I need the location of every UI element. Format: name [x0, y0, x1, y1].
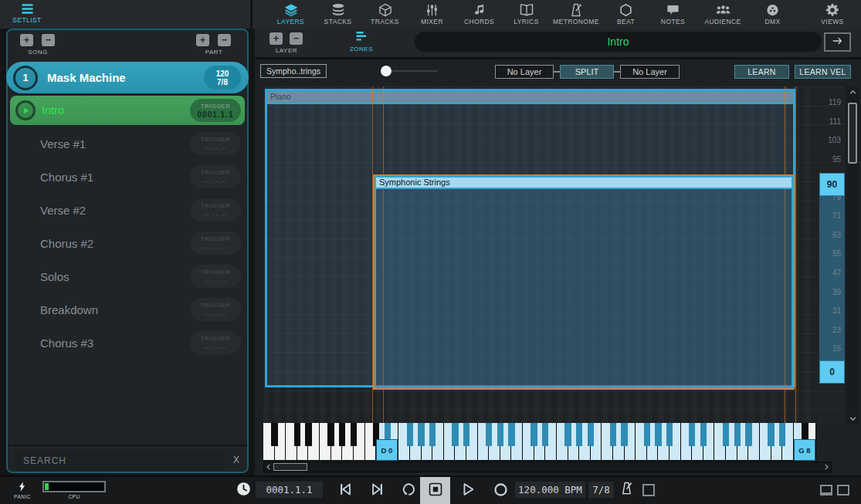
black-key[interactable]	[655, 423, 661, 446]
split-left-layer[interactable]: No Layer	[495, 65, 554, 79]
record-button[interactable]	[491, 482, 510, 500]
black-key[interactable]	[768, 423, 774, 446]
zone-symphonic-header[interactable]: Symphonic Strings	[376, 178, 792, 189]
black-key[interactable]	[305, 423, 311, 446]
zone-grid[interactable]: Piano Symphonic Strings	[263, 86, 816, 423]
black-key[interactable]	[779, 423, 785, 446]
part-trigger-badge[interactable]: TRIGGER 0001.1.1	[190, 99, 241, 122]
part-trigger-badge[interactable]: TRIGGER --.--.--	[190, 132, 241, 155]
part-row-solos[interactable]: Solos TRIGGER --.--.--	[10, 262, 245, 291]
toolbar-item-views[interactable]: VIEWS	[810, 2, 855, 25]
part-play-button[interactable]	[15, 100, 36, 120]
black-key[interactable]	[452, 423, 458, 446]
key-range-low-tag[interactable]: D 0	[376, 439, 398, 461]
part-trigger-badge[interactable]: TRIGGER --.--.--	[190, 198, 241, 222]
skip-to-start-button[interactable]	[336, 482, 354, 500]
song-header[interactable]: 1 Mask Machine 120 7/8	[6, 62, 249, 93]
selected-layer-chip[interactable]: Sympho..trings	[260, 64, 327, 78]
black-key[interactable]	[610, 423, 616, 446]
black-key[interactable]	[734, 423, 741, 446]
toolbar-item-layers[interactable]: LAYERS	[267, 2, 314, 25]
part-row-intro[interactable]: Intro TRIGGER 0001.1.1	[10, 96, 245, 125]
part-row-verse-1[interactable]: Verse #1 TRIGGER --.--.--	[10, 129, 245, 158]
black-key[interactable]	[418, 423, 424, 446]
toolbar-item-tracks[interactable]: TRACKS	[361, 2, 408, 25]
toolbar-item-dmx[interactable]: DMX	[749, 2, 796, 25]
black-key[interactable]	[588, 423, 594, 446]
horizontal-scrollbar[interactable]	[263, 462, 832, 472]
black-key[interactable]	[351, 423, 357, 446]
part-trigger-badge[interactable]: TRIGGER --.--.--	[190, 165, 241, 188]
black-key[interactable]	[564, 423, 571, 446]
part-row-breakdown[interactable]: Breakdown TRIGGER --.--.--	[10, 295, 245, 324]
toolbar-item-chords[interactable]: CHORDS	[456, 2, 503, 25]
black-key[interactable]	[700, 423, 707, 446]
part-trigger-badge[interactable]: TRIGGER --.--.--	[190, 232, 241, 255]
scroll-down-button[interactable]	[846, 413, 859, 424]
scroll-right-button[interactable]	[822, 462, 831, 472]
position-display[interactable]: 0001.1.1	[256, 482, 323, 498]
clock-button[interactable]	[234, 481, 253, 499]
black-key[interactable]	[723, 423, 729, 446]
black-key[interactable]	[666, 423, 673, 446]
black-key[interactable]	[339, 423, 345, 446]
split-right-layer[interactable]: No Layer	[620, 65, 680, 79]
setlist-button[interactable]: SETLIST	[10, 0, 44, 24]
black-key[interactable]	[497, 423, 503, 446]
black-key[interactable]	[689, 423, 695, 446]
search-input[interactable]	[15, 450, 225, 471]
time-signature-display[interactable]: 7/8	[588, 482, 614, 498]
velocity-high-handle[interactable]: 90	[819, 173, 845, 196]
black-key[interactable]	[745, 423, 751, 446]
full-panel-view-button[interactable]	[837, 485, 849, 496]
toolbar-item-mixer[interactable]: MIXER	[408, 2, 456, 25]
toolbar-item-metronome[interactable]: METRONOME	[550, 2, 602, 25]
toolbar-item-audience[interactable]: AUDIENCE	[697, 2, 749, 25]
part-trigger-badge[interactable]: TRIGGER --.--.--	[190, 298, 241, 321]
add-layer-button[interactable]: +	[269, 32, 283, 45]
black-key[interactable]	[508, 423, 514, 446]
transport-checkbox[interactable]	[642, 484, 655, 496]
scroll-up-button[interactable]	[846, 86, 859, 97]
black-key[interactable]	[327, 423, 334, 446]
part-row-chorus-3[interactable]: Chorus #3 TRIGGER --.--.--	[10, 328, 245, 357]
metronome-button[interactable]	[617, 480, 636, 499]
tab-zones[interactable]: ZONES	[340, 31, 383, 52]
remove-song-button[interactable]: −	[42, 34, 55, 46]
piano-keyboard[interactable]: D 0 G 8	[263, 423, 816, 461]
add-song-button[interactable]: +	[20, 34, 33, 46]
play-button[interactable]	[459, 482, 477, 500]
vertical-scrollbar[interactable]	[846, 86, 859, 424]
key-range-high-tag[interactable]: G 8	[794, 439, 815, 461]
part-trigger-badge[interactable]: TRIGGER --.--.--	[190, 331, 241, 354]
split-button[interactable]: SPLIT	[560, 65, 614, 79]
bottom-panel-view-button[interactable]	[820, 485, 832, 496]
black-key[interactable]	[486, 423, 492, 446]
learn-button[interactable]: LEARN	[734, 65, 789, 79]
black-key[interactable]	[621, 423, 627, 446]
black-key[interactable]	[407, 423, 413, 446]
scroll-left-button[interactable]	[264, 462, 273, 472]
toolbar-item-lyrics[interactable]: LYRICS	[503, 2, 550, 25]
black-key[interactable]	[463, 423, 469, 446]
black-key[interactable]	[429, 423, 436, 446]
velocity-low-handle[interactable]: 0	[819, 360, 845, 384]
part-trigger-badge[interactable]: TRIGGER --.--.--	[190, 265, 241, 288]
search-clear-button[interactable]: X	[229, 453, 243, 467]
bpm-display[interactable]: 120.000 BPM	[515, 482, 585, 498]
black-key[interactable]	[542, 423, 548, 446]
black-key[interactable]	[576, 423, 582, 446]
remove-part-button[interactable]: −	[218, 34, 231, 46]
part-row-chorus-1[interactable]: Chorus #1 TRIGGER --.--.--	[10, 162, 245, 191]
black-key[interactable]	[530, 423, 537, 446]
remove-layer-button[interactable]: −	[290, 32, 303, 45]
black-key[interactable]	[644, 423, 650, 446]
toolbar-item-stacks[interactable]: STACKS	[314, 2, 361, 25]
loop-button[interactable]	[400, 482, 419, 500]
stop-button[interactable]	[420, 477, 450, 504]
part-row-verse-2[interactable]: Verse #2 TRIGGER --.--.--	[10, 195, 245, 225]
black-key[interactable]	[294, 423, 300, 446]
part-row-chorus-2[interactable]: Chorus #2 TRIGGER --.--.--	[10, 228, 245, 258]
skip-to-end-button[interactable]	[368, 482, 387, 500]
black-key[interactable]	[271, 423, 277, 446]
